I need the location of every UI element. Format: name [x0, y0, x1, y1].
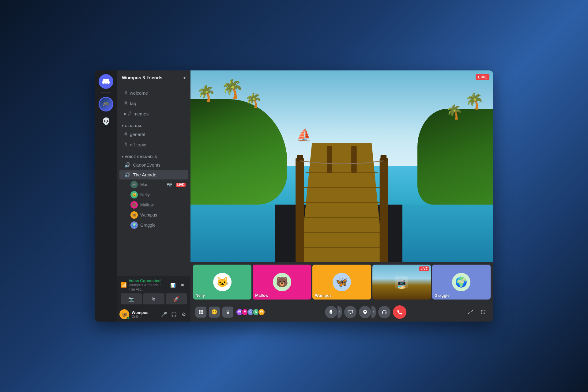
server-icon-skull[interactable]: 💀	[99, 114, 113, 129]
fullscreen-button[interactable]	[478, 307, 488, 317]
phone-end-icon	[397, 309, 403, 315]
voice-connected-text: Voice Connected	[129, 278, 167, 283]
svg-rect-12	[351, 146, 357, 173]
server-divider	[101, 92, 111, 93]
voice-member-mallow[interactable]: 🐻 Mallow	[119, 200, 188, 210]
channel-name: faq	[130, 101, 136, 106]
chevron-down-icon: ▾	[183, 75, 186, 80]
camera-icon: 📷	[167, 182, 172, 187]
server-sidebar: 🎮 💀	[95, 70, 117, 322]
channel-item-general[interactable]: # general	[119, 129, 188, 139]
tree-1: 🌴	[197, 86, 216, 101]
voice-channel-the-arcade[interactable]: 🔊 The Arcade	[119, 170, 188, 179]
member-name: Wumpus	[140, 213, 157, 217]
participant-tile-graggle[interactable]: 🌍 Graggle	[432, 265, 491, 300]
mallow-avatar: 🐻	[273, 273, 291, 291]
screen-share-icon	[348, 309, 353, 315]
server-icon-wumpus-friends[interactable]: 🎮	[99, 97, 113, 111]
username: Wumpus	[132, 310, 157, 315]
nelly-avatar: 🐱	[213, 273, 232, 291]
category-label: GENERAL	[125, 124, 142, 128]
deafen-button[interactable]: 🎧	[170, 310, 178, 318]
mute-chevron-button[interactable]: ▾	[337, 306, 342, 318]
participant-avatars-row: W M G N W	[236, 308, 265, 316]
participant-name-nelly: Nelly	[195, 293, 205, 298]
invite-button[interactable]: 🖥	[222, 307, 233, 318]
user-avatar: 🦋	[119, 309, 129, 319]
voice-member-nelly[interactable]: 🐱 Nelly	[119, 190, 188, 200]
participant-tile-nelly[interactable]: 🐱 Nelly	[193, 265, 251, 300]
emoji-button[interactable]: 😊	[209, 307, 220, 318]
participant-tile-mallow[interactable]: 🐻 Mallow	[253, 265, 311, 300]
voice-settings-button[interactable]: 📊	[168, 281, 177, 289]
voice-server-channel: Wumpus & friends / The Arc...	[129, 283, 167, 292]
user-area: 🦋 Wumpus Online 🎤 🎧 ⚙	[117, 307, 190, 322]
category-general[interactable]: ▾ GENERAL	[117, 119, 190, 129]
channel-item-faq[interactable]: # faq	[119, 98, 188, 108]
user-settings-button[interactable]: ⚙	[179, 310, 188, 318]
category-arrow-icon: ▾	[122, 155, 124, 158]
mini-avatar-5: W	[258, 308, 265, 316]
graggle-avatar: 🌍	[452, 273, 470, 291]
participant-tile-mac[interactable]: 🏖️ LIVE Mac 📷	[372, 265, 431, 300]
mac-live-badge: LIVE	[419, 266, 429, 271]
voice-member-mac[interactable]: 🎮 Mac 📷 LIVE	[119, 180, 188, 190]
mute-button-main[interactable]	[325, 306, 337, 318]
voice-disconnect-button[interactable]: ✖	[178, 281, 187, 289]
category-voice[interactable]: ▾ VOICE CHANNELS	[117, 150, 190, 160]
user-controls: 🎤 🎧 ⚙	[160, 310, 188, 318]
wumpus-avatar: 🦋	[333, 273, 351, 291]
controls-center: ▾ ▾	[325, 305, 406, 319]
camera-toggle-button[interactable]: 📷	[121, 293, 142, 304]
participant-tile-wumpus[interactable]: 🦋 Wumpus	[312, 265, 371, 300]
member-name: Nelly	[140, 192, 150, 197]
grid-icon	[198, 310, 203, 315]
rocket-icon	[362, 309, 368, 315]
channel-list: # welcome # faq ▶ # memes ▾ GENERAL # ge…	[117, 85, 190, 276]
screen-share-button[interactable]	[344, 306, 356, 318]
pier-svg	[265, 128, 418, 262]
bottom-controls: 😊 🖥 W M G N W	[190, 302, 493, 322]
invite-icon: 🖥	[226, 310, 230, 315]
mute-button[interactable]: 🎤	[160, 310, 168, 318]
activities-main-button[interactable]	[359, 306, 371, 318]
voice-channel-canonevents[interactable]: 🔊 CanonEvents	[119, 160, 188, 170]
member-name: Mallow	[140, 202, 154, 207]
channel-item-welcome[interactable]: # welcome	[119, 88, 188, 98]
server-header[interactable]: Wumpus & friends ▾	[117, 70, 190, 85]
channel-item-off-topic[interactable]: # off-topic	[119, 140, 188, 150]
ship-icon: ⛵	[296, 128, 312, 142]
live-badge: LIVE	[176, 183, 186, 187]
fullscreen-icon	[481, 309, 486, 315]
participants-strip: 🐱 Nelly 🐻 Mallow 🦋 Wumpus 🏖️	[190, 262, 493, 302]
avatar-mac: 🎮	[130, 181, 138, 188]
activity-panel-button[interactable]	[195, 307, 206, 318]
discord-home-button[interactable]	[99, 74, 113, 89]
avatar-wumpus: 🦋	[130, 211, 138, 219]
hash-icon: #	[124, 100, 127, 107]
activities-button[interactable]: 🚀	[166, 293, 187, 304]
channel-item-memes[interactable]: ▶ # memes	[119, 109, 188, 119]
mute-control-group: ▾	[325, 306, 342, 318]
expand-view-button[interactable]	[466, 307, 476, 317]
land-right	[417, 109, 493, 205]
activities-chevron-button[interactable]: ▾	[371, 306, 376, 318]
voice-member-graggle[interactable]: 🌍 Graggle	[119, 220, 188, 230]
user-info: Wumpus Online	[132, 310, 157, 318]
voice-connected-bar: 📶 Voice Connected Wumpus & friends / The…	[117, 276, 190, 307]
emoji-icon: 😊	[211, 309, 217, 315]
main-content: 🌴 🌴 🌴 🌴 🌴	[190, 70, 493, 322]
controls-left: 😊 🖥 W M G N W	[195, 307, 265, 318]
end-call-button[interactable]	[393, 305, 406, 319]
tree-5: 🌴	[446, 105, 463, 119]
channel-name: general	[130, 132, 145, 137]
voice-member-wumpus[interactable]: 🦋 Wumpus	[119, 210, 188, 220]
voice-quick-actions: 📷 🖥 🚀	[121, 293, 187, 304]
game-scene: 🌴 🌴 🌴 🌴 🌴	[190, 70, 493, 262]
activities-control-group: ▾	[359, 306, 376, 318]
speaker-icon: 🔊	[124, 162, 130, 168]
hash-icon: #	[124, 90, 127, 96]
headphones-icon	[382, 309, 387, 315]
deafen-button-main[interactable]	[378, 306, 390, 318]
screenshare-button[interactable]: 🖥	[143, 293, 164, 304]
